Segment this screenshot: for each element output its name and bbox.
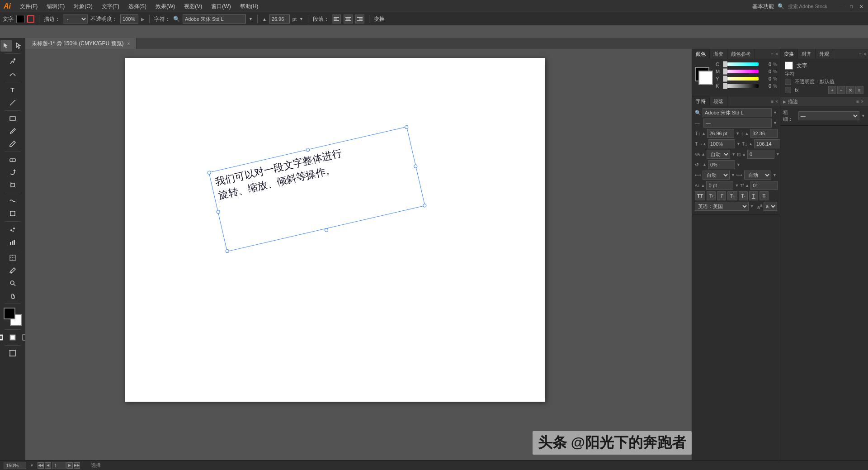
opacity-arrow[interactable]: ▶ — [141, 17, 145, 22]
font-style-dropdown[interactable]: ▼ — [773, 121, 777, 125]
font-size-arrow[interactable]: ▼ — [299, 17, 303, 21]
align-right-button[interactable] — [355, 14, 364, 24]
fill-color-swatch[interactable] — [16, 15, 24, 23]
attr-fx-checkbox[interactable] — [785, 87, 791, 93]
artboard-tool-button[interactable] — [7, 347, 19, 359]
handle-top-left[interactable] — [207, 171, 212, 175]
tracking-v-up[interactable]: ▲ — [749, 142, 753, 146]
curvature-tool-button[interactable] — [7, 68, 19, 80]
style-T-bold-button[interactable]: T — [717, 191, 726, 200]
zoom-input[interactable] — [4, 462, 26, 469]
panel-menu-icon[interactable]: ≡ — [771, 52, 774, 57]
selection-tool-button[interactable] — [0, 40, 12, 52]
handle-top-right[interactable] — [404, 125, 409, 129]
stroke-menu-icon[interactable]: ≡ — [856, 99, 859, 104]
kerning-v-down[interactable]: ▼ — [776, 152, 780, 157]
eyedropper-tool-button[interactable] — [7, 265, 19, 276]
menu-help[interactable]: 帮助(H) — [238, 2, 260, 11]
size-up-arrow[interactable]: ▲ — [702, 131, 706, 136]
leading-up-arrow[interactable]: ▲ — [745, 131, 749, 136]
kerning-select[interactable]: 自动 — [707, 150, 730, 159]
language-select[interactable]: 英语：美国 — [695, 202, 749, 211]
char-skew-input[interactable] — [750, 181, 778, 190]
pencil-tool-button[interactable] — [7, 138, 19, 150]
type-tool-button[interactable]: T — [7, 84, 19, 96]
fx-clear-button[interactable]: ✕ — [846, 86, 854, 94]
restore-button[interactable]: □ — [848, 3, 854, 9]
last-page-button[interactable]: ▶▶ — [74, 462, 80, 469]
color-guide-tab[interactable]: 颜色参考 — [727, 49, 755, 59]
prev-page-button[interactable]: ◀ — [45, 462, 51, 469]
attr-panel-menu-icon[interactable]: ≡ — [859, 52, 862, 57]
bg-color-box[interactable] — [698, 71, 713, 85]
handle-bottom-right[interactable] — [422, 204, 427, 208]
char-panel-menu-icon[interactable]: ≡ — [771, 99, 774, 104]
document-tab[interactable]: 未标题-1* @ 150% (CMYK/GPU 预览) × — [25, 38, 137, 49]
stroke-expand-icon[interactable]: ▶ — [783, 100, 786, 104]
font-style-input[interactable] — [703, 119, 772, 128]
char-font-input[interactable] — [703, 108, 772, 117]
yellow-thumb[interactable] — [723, 76, 727, 82]
fx-options-button[interactable]: ≡ — [855, 86, 863, 94]
stroke-collapse-icon[interactable]: × — [861, 99, 863, 104]
opacity-input[interactable] — [120, 14, 138, 24]
style-Tr-button[interactable]: Tr — [707, 191, 716, 200]
fx-remove-button[interactable]: − — [837, 86, 845, 94]
symbol-tool-button[interactable] — [7, 223, 19, 235]
pen-tool-button[interactable] — [7, 56, 19, 67]
yellow-track[interactable] — [723, 77, 759, 81]
cyan-thumb[interactable] — [723, 61, 727, 67]
indent2-down[interactable]: ▼ — [773, 173, 777, 177]
warp-tool-button[interactable] — [7, 195, 19, 207]
close-button[interactable]: ✕ — [858, 3, 864, 9]
line-tool-button[interactable] — [7, 97, 19, 109]
align-tab[interactable]: 对齐 — [798, 49, 816, 59]
up-arrow-icon[interactable]: ▲ — [262, 17, 267, 22]
align-left-button[interactable] — [332, 14, 341, 24]
indent-down[interactable]: ▼ — [731, 173, 735, 177]
baseline-up[interactable]: ▲ — [701, 183, 705, 188]
free-transform-button[interactable] — [7, 208, 19, 219]
minimize-button[interactable]: — — [838, 3, 844, 9]
attr-opacity-checkbox[interactable] — [785, 79, 791, 85]
fx-add-button[interactable]: + — [828, 86, 836, 94]
key-thumb[interactable] — [723, 83, 727, 89]
style-TT-button[interactable]: TT — [695, 191, 705, 200]
handle-bottom-left[interactable] — [225, 249, 230, 253]
gradient-tab[interactable]: 渐变 — [710, 49, 727, 59]
menu-window[interactable]: 窗口(W) — [209, 2, 232, 11]
rotate-tool-button[interactable] — [7, 166, 19, 178]
aa-select[interactable]: a — [764, 202, 777, 211]
tab-close-button[interactable]: × — [127, 41, 130, 46]
font-dropdown-arrow[interactable]: ▼ — [249, 17, 253, 21]
magenta-thumb[interactable] — [723, 68, 727, 75]
char-panel-collapse-icon[interactable]: × — [775, 99, 778, 104]
panel-collapse-icon[interactable]: × — [775, 52, 778, 57]
font-family-input[interactable] — [183, 14, 246, 24]
skew-up[interactable]: ▲ — [745, 183, 749, 188]
handle-middle-right[interactable] — [413, 164, 418, 169]
tracking-h-down[interactable]: ▼ — [736, 142, 741, 146]
char-size-input[interactable] — [707, 129, 734, 138]
menu-file[interactable]: 文件(F) — [18, 2, 39, 11]
zoom-tool-button[interactable] — [7, 277, 19, 289]
search-font-icon[interactable]: 🔍 — [173, 16, 180, 22]
char-leading-input[interactable] — [750, 129, 778, 138]
eraser-tool-button[interactable] — [7, 154, 19, 166]
rot-up[interactable]: ▲ — [703, 162, 707, 167]
kerning-down[interactable]: ▼ — [731, 152, 736, 157]
direct-selection-tool-button[interactable] — [13, 40, 25, 52]
menu-edit[interactable]: 编辑(E) — [45, 2, 66, 11]
cyan-track[interactable] — [723, 62, 759, 66]
transform-tab[interactable]: 变换 — [780, 49, 798, 59]
text-object[interactable]: 我们可以对一段文字整体进行旋转、缩放、倾斜等操作。 — [209, 127, 425, 252]
style-T-underline-button[interactable]: T — [760, 191, 769, 200]
style-T-upper-button[interactable]: T+ — [727, 191, 737, 200]
char-tracking-v-input[interactable] — [754, 139, 780, 148]
aa-superscript-icon[interactable]: aa — [757, 203, 762, 210]
char-baseline-input[interactable] — [706, 181, 733, 190]
attr-color-swatch[interactable] — [785, 62, 793, 70]
mask-mode-button[interactable] — [7, 332, 19, 343]
indent2-select[interactable]: 自动 — [744, 171, 771, 180]
color-fg-box[interactable] — [695, 67, 713, 85]
